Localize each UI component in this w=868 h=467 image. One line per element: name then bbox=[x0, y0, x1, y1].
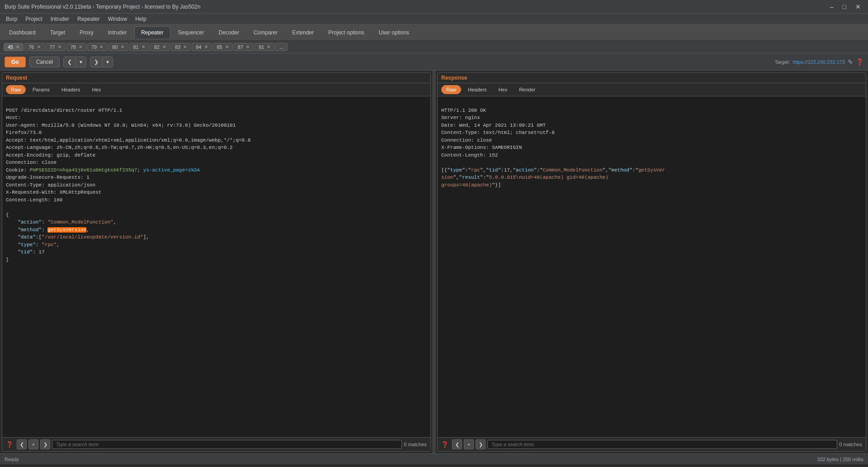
tab-intruder[interactable]: Intruder bbox=[101, 26, 133, 38]
menu-burp[interactable]: Burp bbox=[2, 15, 21, 23]
close-tab-81-icon[interactable]: ✕ bbox=[142, 44, 145, 49]
menu-window[interactable]: Window bbox=[104, 15, 131, 23]
rep-tab-more[interactable]: ... bbox=[275, 43, 288, 51]
response-search-input[interactable] bbox=[487, 440, 837, 449]
maximize-button[interactable]: □ bbox=[840, 2, 849, 11]
close-tab-82-icon[interactable]: ✕ bbox=[162, 44, 166, 49]
tab-user-options[interactable]: User options bbox=[372, 26, 416, 38]
rep-tab-45[interactable]: 45 ✕ bbox=[4, 43, 24, 51]
cancel-button[interactable]: Cancel bbox=[29, 57, 60, 67]
response-search-next-button[interactable]: ❯ bbox=[476, 439, 486, 449]
status-bar: Ready 332 bytes | 250 millis bbox=[0, 453, 868, 464]
edit-target-icon[interactable]: ✎ bbox=[848, 58, 853, 66]
tab-dashboard[interactable]: Dashboard bbox=[2, 26, 42, 38]
request-tab-headers[interactable]: Headers bbox=[57, 85, 85, 94]
response-header: Response bbox=[438, 73, 866, 83]
response-search-prev-button[interactable]: ❮ bbox=[452, 439, 462, 449]
close-tab-77-icon[interactable]: ✕ bbox=[58, 44, 61, 49]
bytes-info: 332 bytes | 250 millis bbox=[817, 457, 863, 462]
menu-intruder[interactable]: Intruder bbox=[47, 15, 73, 23]
menu-help[interactable]: Help bbox=[132, 15, 150, 23]
minimize-button[interactable]: – bbox=[827, 2, 836, 11]
request-tab-params[interactable]: Params bbox=[28, 85, 55, 94]
menu-bar: Burp Project Intruder Repeater Window He… bbox=[0, 14, 868, 24]
response-search-bar: ❓ ❮ + ❯ 0 matches bbox=[438, 437, 866, 451]
tab-decoder[interactable]: Decoder bbox=[212, 26, 246, 38]
close-tab-79-icon[interactable]: ✕ bbox=[99, 44, 103, 49]
response-search-help-icon[interactable]: ❓ bbox=[441, 441, 448, 448]
target-label: Target: bbox=[775, 59, 790, 65]
title-bar: Burp Suite Professional v2.0.11beta - Te… bbox=[0, 0, 868, 14]
response-tab-render[interactable]: Render bbox=[514, 85, 540, 94]
close-tab-45-icon[interactable]: ✕ bbox=[16, 44, 19, 49]
request-search-prev-button[interactable]: ❮ bbox=[17, 439, 27, 449]
menu-project[interactable]: Project bbox=[22, 15, 46, 23]
tab-sequencer[interactable]: Sequencer bbox=[171, 26, 211, 38]
rep-tab-83[interactable]: 83 ✕ bbox=[171, 43, 191, 51]
response-content: HTTP/1.1 200 OK Server: nginx Date: Wed,… bbox=[438, 96, 866, 437]
tab-repeater[interactable]: Repeater bbox=[134, 26, 170, 38]
menu-repeater[interactable]: Repeater bbox=[74, 15, 103, 23]
request-tab-hex[interactable]: Hex bbox=[87, 85, 106, 94]
close-tab-85-icon[interactable]: ✕ bbox=[225, 44, 229, 49]
prev-button[interactable]: ❮ bbox=[64, 57, 75, 67]
close-tab-91-icon[interactable]: ✕ bbox=[267, 44, 270, 49]
request-search-add-button[interactable]: + bbox=[28, 439, 38, 449]
request-search-bar: ❓ ❮ + ❯ 0 matches bbox=[2, 437, 430, 451]
tab-project-options[interactable]: Project options bbox=[321, 26, 371, 38]
response-tab-headers[interactable]: Headers bbox=[463, 85, 492, 94]
nav-forward-arrows[interactable]: ❯ ▾ bbox=[90, 57, 113, 67]
request-pane-tabs: Raw Params Headers Hex bbox=[2, 83, 430, 96]
close-tab-78-icon[interactable]: ✕ bbox=[79, 44, 82, 49]
prev-dropdown-button[interactable]: ▾ bbox=[76, 57, 86, 67]
next-dropdown-button[interactable]: ▾ bbox=[103, 57, 113, 67]
request-content: POST /directdata/direct/router HTTP/1.1 … bbox=[2, 96, 430, 437]
window-controls[interactable]: – □ ✕ bbox=[827, 2, 863, 11]
close-button[interactable]: ✕ bbox=[853, 2, 863, 11]
go-button[interactable]: Go bbox=[5, 57, 26, 67]
response-pane: Response Raw Headers Hex Render HTTP/1.1… bbox=[437, 72, 866, 452]
nav-arrows[interactable]: ❮ ▾ bbox=[63, 57, 86, 67]
tab-proxy[interactable]: Proxy bbox=[73, 26, 100, 38]
target-display: Target: https://222.240.232.173 ✎ ❓ bbox=[775, 58, 863, 66]
tab-comparer[interactable]: Comparer bbox=[247, 26, 284, 38]
request-search-help-icon[interactable]: ❓ bbox=[6, 441, 13, 448]
rep-tab-78[interactable]: 78 ✕ bbox=[66, 43, 86, 51]
rep-tab-82[interactable]: 82 ✕ bbox=[150, 43, 170, 51]
status-right: 332 bytes | 250 millis bbox=[817, 457, 863, 462]
close-tab-87-icon[interactable]: ✕ bbox=[246, 44, 250, 49]
ready-status: Ready bbox=[5, 457, 19, 462]
close-tab-76-icon[interactable]: ✕ bbox=[37, 44, 41, 49]
window-title: Burp Suite Professional v2.0.11beta - Te… bbox=[5, 4, 200, 10]
close-tab-83-icon[interactable]: ✕ bbox=[183, 44, 187, 49]
request-match-count: 0 matches bbox=[404, 442, 427, 447]
rep-tab-84[interactable]: 84 ✕ bbox=[192, 43, 212, 51]
request-search-input[interactable] bbox=[52, 440, 402, 449]
response-search-add-button[interactable]: + bbox=[464, 439, 474, 449]
rep-tab-81[interactable]: 81 ✕ bbox=[129, 43, 149, 51]
rep-tab-85[interactable]: 85 ✕ bbox=[213, 43, 233, 51]
next-button[interactable]: ❯ bbox=[90, 57, 102, 67]
rep-tab-76[interactable]: 76 ✕ bbox=[24, 43, 44, 51]
rep-tab-87[interactable]: 87 ✕ bbox=[234, 43, 254, 51]
tab-target[interactable]: Target bbox=[43, 26, 72, 38]
close-tab-80-icon[interactable]: ✕ bbox=[121, 44, 124, 49]
request-header: Request bbox=[2, 73, 430, 83]
close-tab-84-icon[interactable]: ✕ bbox=[204, 44, 208, 49]
response-tab-raw[interactable]: Raw bbox=[441, 85, 461, 94]
request-tab-raw[interactable]: Raw bbox=[6, 85, 26, 94]
rep-tab-79[interactable]: 79 ✕ bbox=[87, 43, 107, 51]
nav-tabs: Dashboard Target Proxy Intruder Repeater… bbox=[0, 24, 868, 41]
pane-splitter[interactable] bbox=[433, 71, 435, 453]
response-tab-hex[interactable]: Hex bbox=[494, 85, 513, 94]
tab-extender[interactable]: Extender bbox=[285, 26, 321, 38]
rep-tab-77[interactable]: 77 ✕ bbox=[46, 43, 66, 51]
toolbar: Go Cancel ❮ ▾ ❯ ▾ Target: https://222.24… bbox=[0, 53, 868, 71]
repeater-tabs-bar: 45 ✕ 76 ✕ 77 ✕ 78 ✕ 79 ✕ 80 ✕ 81 ✕ 82 ✕ … bbox=[0, 41, 868, 53]
help-target-icon[interactable]: ❓ bbox=[856, 58, 863, 66]
request-search-next-button[interactable]: ❯ bbox=[40, 439, 50, 449]
rep-tab-91[interactable]: 91 ✕ bbox=[255, 43, 274, 51]
response-pane-tabs: Raw Headers Hex Render bbox=[438, 83, 866, 96]
main-area: Request Raw Params Headers Hex POST /dir… bbox=[0, 71, 868, 453]
rep-tab-80[interactable]: 80 ✕ bbox=[108, 43, 128, 51]
